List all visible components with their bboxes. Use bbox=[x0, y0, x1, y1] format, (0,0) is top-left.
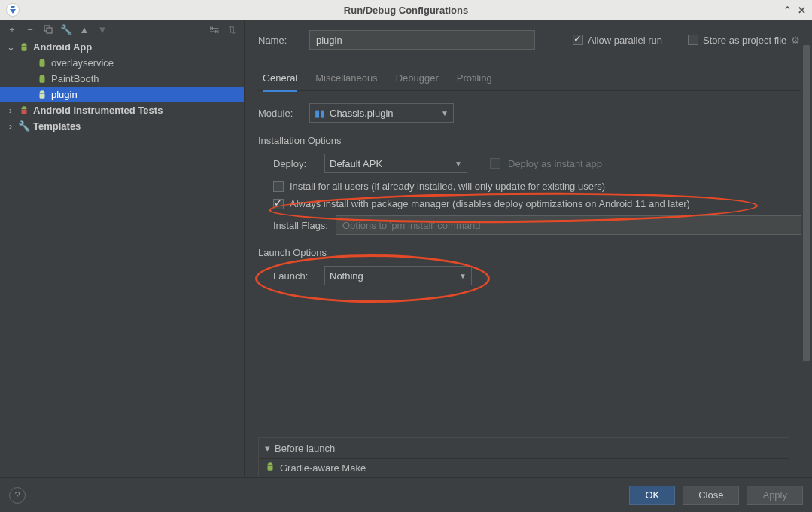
tree-node-overlayservice[interactable]: overlayservice bbox=[0, 55, 244, 71]
expand-icon[interactable]: ⭾ bbox=[208, 23, 220, 35]
tree-node-instrumented[interactable]: › Android Instrumented Tests bbox=[0, 102, 244, 118]
launch-label: Launch: bbox=[273, 270, 317, 282]
tab-debugger[interactable]: Debugger bbox=[396, 66, 439, 90]
ok-button[interactable]: OK bbox=[629, 486, 675, 505]
window-minimize-icon[interactable]: ⌃ bbox=[783, 5, 792, 16]
android-icon bbox=[36, 89, 48, 101]
dialog-footer: ? OK Close Apply bbox=[0, 477, 812, 512]
remove-icon[interactable]: − bbox=[24, 23, 36, 35]
allow-parallel-checkbox[interactable] bbox=[573, 35, 583, 45]
launch-options-heading: Launch Options bbox=[258, 247, 801, 258]
help-button[interactable]: ? bbox=[9, 487, 26, 504]
store-project-label: Store as project file bbox=[703, 35, 786, 46]
install-flags-label: Install Flags: bbox=[273, 220, 328, 231]
chevron-right-icon[interactable]: › bbox=[6, 105, 15, 116]
name-label: Name: bbox=[258, 35, 302, 46]
install-flags-field[interactable]: Options to 'pm install' command bbox=[336, 215, 801, 235]
install-all-users-checkbox[interactable] bbox=[273, 181, 284, 192]
store-project-checkbox[interactable] bbox=[688, 35, 698, 45]
android-icon bbox=[36, 73, 48, 85]
close-button[interactable]: Close bbox=[683, 486, 739, 505]
always-pm-label: Always install with package manager (dis… bbox=[290, 198, 690, 209]
chevron-down-icon[interactable]: ⌄ bbox=[6, 41, 15, 53]
deploy-label: Deploy: bbox=[273, 158, 317, 169]
module-select[interactable]: ▮▮ Chassis.plugin ▼ bbox=[309, 103, 454, 123]
chevron-down-icon: ▼ bbox=[441, 109, 449, 117]
deploy-instant-checkbox[interactable] bbox=[490, 158, 500, 169]
android-icon bbox=[36, 57, 48, 69]
chevron-right-icon[interactable]: › bbox=[6, 120, 15, 132]
before-launch-heading: Before launch bbox=[275, 443, 335, 454]
tree-node-templates[interactable]: › 🔧 Templates bbox=[0, 118, 244, 134]
collapse-icon[interactable]: ⇅ bbox=[226, 23, 238, 35]
content-scrollbar[interactable] bbox=[803, 45, 810, 477]
wrench-icon[interactable]: 🔧 bbox=[60, 23, 72, 35]
allow-parallel-label: Allow parallel run bbox=[588, 35, 662, 46]
deploy-instant-label: Deploy as instant app bbox=[508, 158, 602, 169]
apply-button[interactable]: Apply bbox=[747, 486, 803, 505]
window-close-icon[interactable]: ✕ bbox=[798, 5, 806, 16]
config-tabs: General Miscellaneous Debugger Profiling bbox=[258, 66, 801, 91]
sidebar-toolbar: + − 🔧 ▲ ▼ ⭾ ⇅ bbox=[0, 20, 244, 39]
wrench-icon: 🔧 bbox=[18, 120, 30, 133]
android-test-icon bbox=[18, 105, 30, 117]
move-down-icon[interactable]: ▼ bbox=[96, 23, 108, 35]
installation-options-heading: Installation Options bbox=[258, 135, 801, 146]
config-form: Name: plugin Allow parallel run Store as… bbox=[245, 20, 812, 477]
tree-node-paintbooth[interactable]: PaintBooth bbox=[0, 71, 244, 87]
name-field[interactable]: plugin bbox=[309, 30, 535, 50]
window-title: Run/Debug Configurations bbox=[344, 5, 468, 16]
move-up-icon[interactable]: ▲ bbox=[78, 23, 90, 35]
chevron-down-icon: ▼ bbox=[459, 272, 467, 280]
tab-miscellaneous[interactable]: Miscellaneous bbox=[315, 66, 377, 90]
module-icon: ▮▮ bbox=[315, 108, 325, 119]
svg-rect-1 bbox=[47, 28, 52, 33]
launch-select[interactable]: Nothing ▼ bbox=[324, 266, 472, 285]
chevron-down-icon: ▼ bbox=[455, 160, 462, 168]
android-icon bbox=[18, 41, 30, 53]
gradle-icon bbox=[265, 462, 275, 474]
gear-icon[interactable]: ⚙ bbox=[791, 35, 800, 46]
before-launch-task: Gradle-aware Make bbox=[280, 462, 366, 474]
install-all-users-label: Install for all users (if already instal… bbox=[290, 181, 605, 192]
deploy-select[interactable]: Default APK ▼ bbox=[324, 154, 467, 173]
title-bar: Run/Debug Configurations ⌃ ✕ bbox=[0, 0, 812, 20]
copy-icon[interactable] bbox=[42, 23, 54, 35]
before-launch-panel: ▾ Before launch Gradle-aware Make bbox=[258, 437, 789, 477]
config-tree: ⌄ Android App overlayservice PaintBooth … bbox=[0, 39, 244, 477]
configurations-sidebar: + − 🔧 ▲ ▼ ⭾ ⇅ ⌄ Android App overlayservi… bbox=[0, 20, 245, 477]
add-icon[interactable]: + bbox=[6, 23, 18, 35]
always-pm-checkbox[interactable] bbox=[273, 199, 284, 209]
module-label: Module: bbox=[258, 108, 302, 119]
tree-node-android-app[interactable]: ⌄ Android App bbox=[0, 39, 244, 55]
tree-node-plugin[interactable]: plugin bbox=[0, 87, 244, 102]
app-logo-icon bbox=[6, 3, 20, 17]
tab-profiling[interactable]: Profiling bbox=[457, 66, 492, 90]
tab-general[interactable]: General bbox=[263, 66, 297, 92]
chevron-down-icon[interactable]: ▾ bbox=[265, 443, 270, 454]
